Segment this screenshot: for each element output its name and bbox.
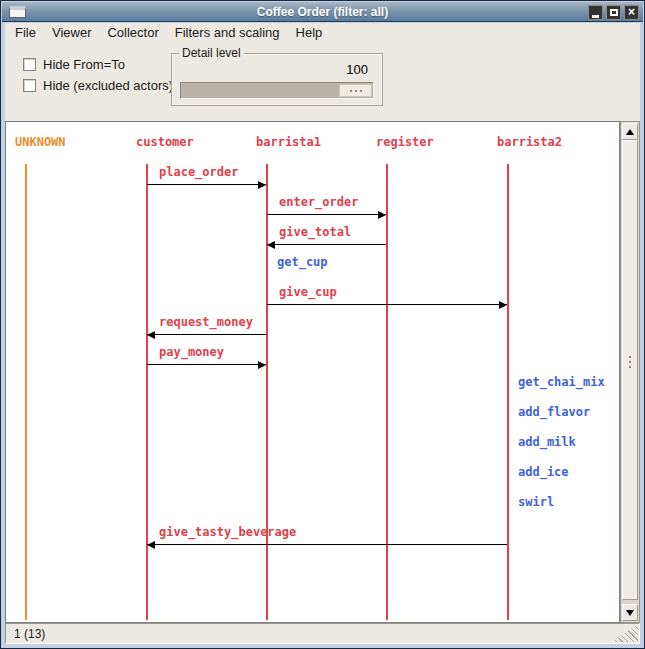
controls-panel: Hide From=To Hide (excluded actors) Deta… (5, 43, 640, 121)
lifeline-barrista2 (507, 164, 509, 620)
menu-item-file[interactable]: File (5, 23, 44, 43)
lifeline-customer (146, 164, 148, 620)
lifeline-register (386, 164, 388, 620)
arrowhead-icon (258, 361, 266, 369)
action-label-add_ice[interactable]: add_ice (518, 465, 569, 479)
message-arrow-enter_order (267, 214, 386, 215)
action-label-add_flavor[interactable]: add_flavor (518, 405, 590, 419)
actor-label-customer[interactable]: customer (136, 135, 194, 149)
actor-label-barrista1[interactable]: barrista1 (256, 135, 321, 149)
arrowhead-icon (147, 541, 155, 549)
minimize-button[interactable] (588, 5, 603, 20)
window-title: Coffee Order (filter: all) (2, 2, 643, 22)
arrow-up-icon (626, 129, 634, 135)
arrow-down-icon (626, 610, 634, 616)
title-bar[interactable]: Coffee Order (filter: all) × (2, 2, 643, 22)
checkbox-box[interactable] (23, 79, 36, 92)
status-bar: 1 (13) (5, 623, 640, 644)
scroll-down-button[interactable] (622, 604, 638, 621)
message-arrow-give_total (267, 244, 386, 245)
menu-item-filters-and-scaling[interactable]: Filters and scaling (167, 23, 288, 43)
arrowhead-icon (258, 181, 266, 189)
checkbox-box[interactable] (23, 58, 36, 71)
minimize-icon (592, 15, 599, 18)
message-arrow-request_money (147, 334, 266, 335)
action-label-swirl[interactable]: swirl (518, 495, 554, 509)
detail-level-group: Detail level 100 (171, 53, 383, 106)
actor-label-barrista2[interactable]: barrista2 (497, 135, 562, 149)
message-label-place_order[interactable]: place_order (159, 165, 238, 179)
message-arrow-give_cup (267, 304, 507, 305)
hide-excluded-actors-checkbox[interactable]: Hide (excluded actors) (23, 78, 173, 93)
arrowhead-icon (499, 301, 507, 309)
actor-label-unknown[interactable]: UNKNOWN (15, 135, 66, 149)
menu-item-viewer[interactable]: Viewer (44, 23, 100, 43)
scroll-up-button[interactable] (622, 123, 638, 140)
maximize-icon (610, 9, 618, 16)
checkbox-label: Hide From=To (43, 57, 125, 72)
diagram-canvas[interactable]: UNKNOWNcustomerbarrista1registerbarrista… (5, 121, 620, 623)
lifeline-unknown (25, 164, 27, 620)
maximize-button[interactable] (606, 5, 621, 20)
close-icon: × (628, 6, 635, 19)
arrowhead-icon (267, 241, 275, 249)
message-arrow-give_tasty_beverage (147, 544, 507, 545)
menu-bar: FileViewerCollectorFilters and scalingHe… (5, 23, 640, 43)
message-label-give_cup[interactable]: give_cup (279, 285, 337, 299)
titlebar-buttons: × (588, 5, 639, 20)
detail-level-value: 100 (346, 62, 368, 77)
action-label-get_chai_mix[interactable]: get_chai_mix (518, 375, 605, 389)
menu-item-collector[interactable]: Collector (99, 23, 166, 43)
close-button[interactable]: × (624, 5, 639, 20)
checkbox-label: Hide (excluded actors) (43, 78, 173, 93)
message-label-request_money[interactable]: request_money (159, 315, 253, 329)
arrowhead-icon (378, 211, 386, 219)
vertical-scrollbar[interactable] (620, 121, 640, 623)
hide-from-to-checkbox[interactable]: Hide From=To (23, 57, 125, 72)
actor-label-register[interactable]: register (376, 135, 434, 149)
detail-level-slider[interactable] (180, 82, 374, 99)
message-label-enter_order[interactable]: enter_order (279, 195, 358, 209)
message-label-give_total[interactable]: give_total (279, 225, 351, 239)
menu-item-help[interactable]: Help (288, 23, 331, 43)
diagram-area: UNKNOWNcustomerbarrista1registerbarrista… (5, 121, 640, 623)
slider-handle[interactable] (339, 84, 372, 97)
status-text: 1 (13) (14, 627, 45, 641)
detail-level-label: Detail level (179, 46, 244, 60)
message-arrow-place_order (147, 184, 266, 185)
lifeline-barrista1 (266, 164, 268, 620)
action-label-get_cup[interactable]: get_cup (277, 255, 328, 269)
action-label-add_milk[interactable]: add_milk (518, 435, 576, 449)
message-label-give_tasty_beverage[interactable]: give_tasty_beverage (159, 525, 296, 539)
message-arrow-pay_money (147, 364, 266, 365)
message-label-pay_money[interactable]: pay_money (159, 345, 224, 359)
app-window: Coffee Order (filter: all) × FileViewerC… (0, 0, 645, 649)
resize-grip[interactable] (612, 624, 638, 642)
scrollbar-thumb[interactable] (622, 140, 638, 600)
arrowhead-icon (147, 331, 155, 339)
